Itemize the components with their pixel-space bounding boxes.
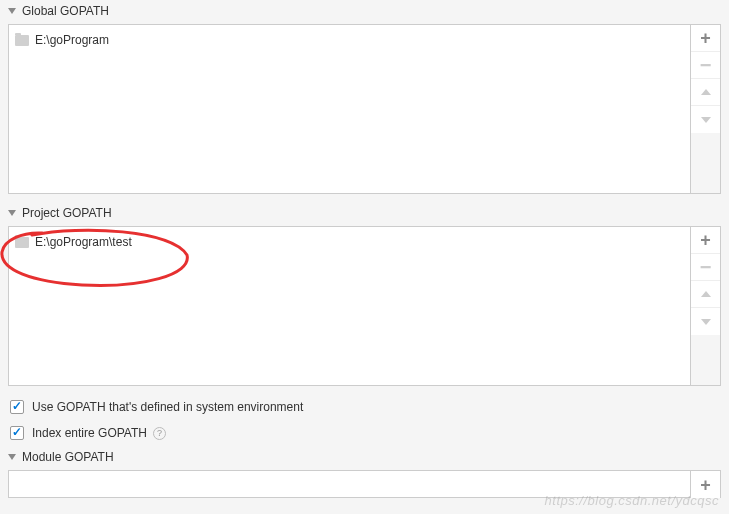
list-item[interactable]: E:\goProgram <box>15 31 684 49</box>
remove-button[interactable]: − <box>691 254 720 281</box>
arrow-up-icon <box>701 89 711 95</box>
arrow-down-icon <box>701 319 711 325</box>
index-entire-gopath-checkbox[interactable] <box>10 426 24 440</box>
chevron-down-icon <box>8 454 16 460</box>
chevron-down-icon <box>8 8 16 14</box>
arrow-down-icon <box>701 117 711 123</box>
folder-icon <box>15 237 29 248</box>
module-gopath-header[interactable]: Module GOPATH <box>0 446 729 468</box>
move-down-button[interactable] <box>691 106 720 133</box>
watermark: https://blog.csdn.net/ydcqsc <box>545 493 719 508</box>
project-gopath-title: Project GOPATH <box>22 206 112 220</box>
help-icon[interactable]: ? <box>153 427 166 440</box>
arrow-up-icon <box>701 291 711 297</box>
plus-icon: + <box>700 231 711 249</box>
path-text: E:\goProgram\test <box>35 235 132 249</box>
path-text: E:\goProgram <box>35 33 109 47</box>
index-entire-gopath-row[interactable]: Index entire GOPATH ? <box>0 420 729 446</box>
project-gopath-header[interactable]: Project GOPATH <box>0 202 729 224</box>
chevron-down-icon <box>8 210 16 216</box>
plus-icon: + <box>700 29 711 47</box>
list-item[interactable]: E:\goProgram\test <box>15 233 684 251</box>
move-down-button[interactable] <box>691 308 720 335</box>
use-system-gopath-row[interactable]: Use GOPATH that's defined in system envi… <box>0 394 729 420</box>
move-up-button[interactable] <box>691 281 720 308</box>
add-button[interactable]: + <box>691 25 720 52</box>
use-system-gopath-label: Use GOPATH that's defined in system envi… <box>32 400 303 414</box>
move-up-button[interactable] <box>691 79 720 106</box>
module-gopath-title: Module GOPATH <box>22 450 114 464</box>
minus-icon: − <box>700 55 712 75</box>
project-gopath-list[interactable]: E:\goProgram\test <box>8 226 691 386</box>
global-gopath-title: Global GOPATH <box>22 4 109 18</box>
folder-icon <box>15 35 29 46</box>
minus-icon: − <box>700 257 712 277</box>
remove-button[interactable]: − <box>691 52 720 79</box>
add-button[interactable]: + <box>691 227 720 254</box>
global-gopath-list[interactable]: E:\goProgram <box>8 24 691 194</box>
global-gopath-header[interactable]: Global GOPATH <box>0 0 729 22</box>
use-system-gopath-checkbox[interactable] <box>10 400 24 414</box>
plus-icon: + <box>700 476 711 494</box>
index-entire-gopath-label: Index entire GOPATH <box>32 426 147 440</box>
